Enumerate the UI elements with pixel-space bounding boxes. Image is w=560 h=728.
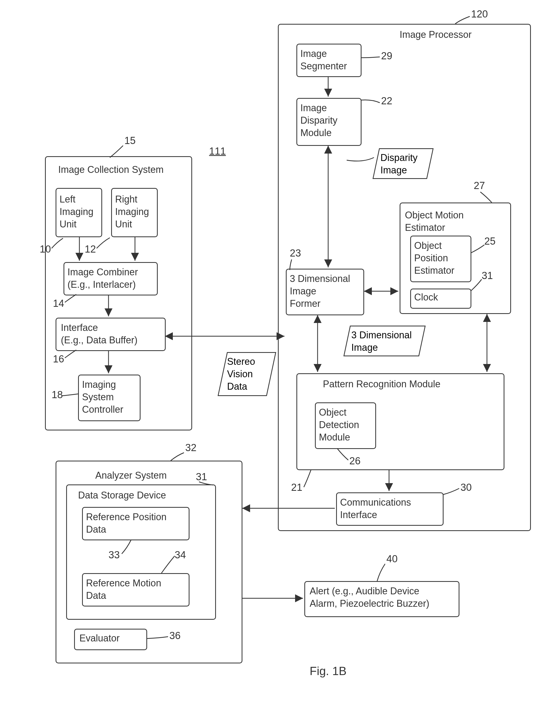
analyzer-title: Analyzer System [95, 470, 167, 481]
ref-22: 22 [381, 95, 392, 107]
ref-40: 40 [386, 553, 398, 565]
right-imaging-label: RightImagingUnit [115, 193, 152, 230]
stereo-vision-data: StereoVisionData [218, 352, 276, 396]
image-former-label: 3 DimensionalImageFormer [290, 273, 359, 310]
ref-14: 14 [53, 298, 64, 309]
image-segmenter-label: ImageSegmenter [300, 48, 356, 73]
image-processor-title: Image Processor [400, 29, 472, 40]
controller-label: ImagingSystemController [82, 379, 135, 416]
ref-32: 32 [185, 442, 196, 453]
ref-31-clock: 31 [482, 270, 493, 281]
clock-label: Clock [414, 292, 438, 303]
figure-title: Fig. 1B [310, 664, 346, 678]
ref-27: 27 [474, 180, 485, 191]
comms-interface-label: CommunicationsInterface [340, 496, 438, 521]
ref-29: 29 [381, 50, 392, 62]
image-disparity-label: ImageDisparityModule [300, 102, 356, 139]
ref-18: 18 [52, 389, 63, 401]
disparity-image: DisparityImage [373, 148, 434, 179]
ref-34: 34 [175, 549, 186, 561]
object-motion-label: Object MotionEstimator [405, 209, 505, 234]
left-imaging-label: LeftImagingUnit [60, 193, 97, 230]
ref-16: 16 [53, 353, 64, 365]
object-position-label: ObjectPositionEstimator [414, 240, 467, 277]
object-detection-label: ObjectDetectionModule [319, 406, 372, 443]
ref-15: 15 [124, 135, 136, 146]
ref-position-label: Reference PositionData [86, 511, 184, 536]
ref-31-storage: 31 [196, 471, 207, 483]
ref-12: 12 [85, 244, 96, 255]
ref-10: 10 [40, 244, 51, 255]
ref-36: 36 [169, 630, 180, 641]
diagram-canvas: 111 Image Collection System 15 LeftImagi… [5, 5, 560, 728]
interface-label: Interface(E.g., Data Buffer) [61, 322, 161, 347]
data-storage-label: Data Storage Device [78, 490, 166, 501]
image-combiner-label: Image Combiner(E.g., Interlacer) [67, 266, 152, 291]
ref-111: 111 [209, 146, 226, 157]
evaluator-label: Evaluator [79, 633, 120, 644]
image-collection-title: Image Collection System [58, 164, 164, 175]
ref-26: 26 [349, 455, 360, 467]
ref-120: 120 [471, 8, 488, 20]
ref-25: 25 [484, 236, 495, 247]
ref-21: 21 [291, 482, 302, 493]
ref-33: 33 [109, 549, 120, 561]
ref-30: 30 [460, 482, 472, 493]
ref-motion-label: Reference MotionData [86, 577, 184, 602]
three-d-image: 3 DimensionalImage [344, 326, 426, 356]
pattern-recognition-label: Pattern Recognition Module [323, 379, 440, 390]
ref-23: 23 [290, 248, 301, 259]
alert-label: Alert (e.g., Audible DeviceAlarm, Piezoe… [310, 585, 453, 610]
